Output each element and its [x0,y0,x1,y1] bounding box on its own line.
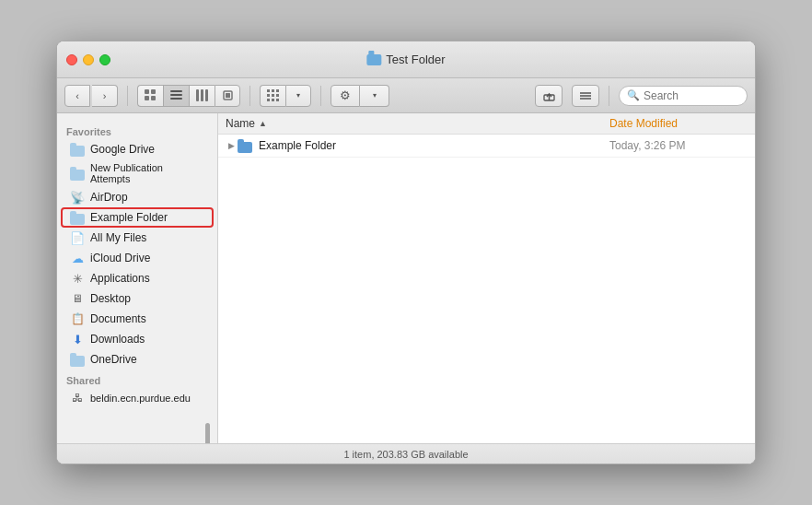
sidebar-item-label: Downloads [90,333,145,346]
file-name: Example Folder [259,139,336,152]
window-title: Test Folder [366,53,445,66]
view-cover-button[interactable] [215,85,240,107]
titlebar: Test Folder [57,41,755,78]
desktop-icon: 🖥 [70,291,85,306]
svg-rect-3 [151,96,156,100]
minimize-button[interactable] [83,54,94,65]
svg-rect-5 [170,94,182,96]
traffic-lights [66,54,110,65]
shared-label: Shared [57,370,217,388]
file-pane: Name ▲ Date Modified ▶ Example Folder [218,113,755,443]
file-date-cell: Today, 3:26 PM [609,139,748,152]
sidebar-item-label: New Publication Attempts [90,162,204,184]
col-name-header[interactable]: Name ▲ [226,117,609,130]
sidebar-item-applications[interactable]: ✳ Applications [61,268,214,288]
sidebar-item-label: Desktop [90,292,131,305]
sidebar-item-label: iCloud Drive [90,252,150,264]
share-icon [543,89,555,101]
forward-icon: › [103,90,107,101]
sidebar-item-label: AirDrop [90,191,128,204]
sidebar-item-label: beldin.ecn.purdue.edu [90,393,191,404]
share-button[interactable] [535,85,563,107]
svg-rect-18 [267,99,270,101]
applications-icon: ✳ [70,271,85,286]
file-list: ▶ Example Folder Today, 3:26 PM [218,135,755,443]
search-input[interactable] [644,89,739,102]
svg-rect-15 [267,94,270,97]
sidebar-item-all-my-files[interactable]: 📄 All My Files [61,228,214,248]
sidebar-item-label: All My Files [90,231,146,244]
window-folder-icon [366,54,381,65]
google-drive-icon [70,142,85,157]
sidebar-item-downloads[interactable]: ⬇ Downloads [61,329,214,349]
finder-window: Test Folder ‹ › [56,41,756,464]
svg-rect-16 [272,94,274,97]
sidebar-item-onedrive[interactable]: OneDrive [61,349,214,370]
svg-rect-7 [196,89,199,101]
gear-button[interactable]: ⚙ [331,85,360,107]
expand-icon[interactable]: ▶ [226,140,237,151]
tag-button[interactable] [572,85,599,107]
new-publication-icon [70,166,85,181]
svg-rect-20 [276,99,279,101]
scroll-indicator [205,423,210,443]
separator-2 [249,86,250,106]
action-buttons: ⚙ ▾ [331,85,389,107]
sidebar-item-example-folder[interactable]: Example Folder [61,207,214,228]
sidebar-item-label: Example Folder [90,211,168,224]
back-icon: ‹ [75,90,79,101]
back-button[interactable]: ‹ [64,85,90,107]
gear-dropdown-button[interactable]: ▾ [360,85,389,107]
sidebar-item-desktop[interactable]: 🖥 Desktop [61,288,214,309]
view-grid-button[interactable] [260,85,285,107]
content-area: Favorites Google Drive New Publication A… [57,113,755,443]
tag-icon [579,89,592,101]
sidebar-item-beldin[interactable]: 🖧 beldin.ecn.purdue.edu [61,388,214,408]
view-cover-svg [222,89,234,101]
grid-dropdown-icon: ▾ [296,91,300,100]
svg-rect-11 [226,93,230,98]
view-icon-svg [145,89,157,101]
svg-rect-1 [151,89,156,94]
sidebar-item-label: Documents [90,312,146,325]
sidebar-item-icloud-drive[interactable]: ☁ iCloud Drive [61,248,214,268]
search-icon: 🔍 [627,89,640,101]
icloud-drive-icon: ☁ [70,251,85,265]
sidebar-item-documents[interactable]: 📋 Documents [61,309,214,329]
svg-rect-19 [272,99,274,101]
favorites-label: Favorites [57,121,217,139]
toolbar: ‹ › [57,78,755,113]
sidebar-item-label: Applications [90,272,150,285]
sidebar-item-new-publication-attempts[interactable]: New Publication Attempts [61,159,214,187]
server-icon: 🖧 [70,391,85,405]
forward-button[interactable]: › [92,85,118,107]
svg-rect-0 [145,89,149,94]
view-icon-button[interactable] [137,85,163,107]
svg-rect-12 [267,89,270,92]
file-list-header: Name ▲ Date Modified [218,113,755,135]
search-box[interactable]: 🔍 [619,86,748,106]
sort-arrow-icon: ▲ [259,119,267,128]
documents-icon: 📋 [70,311,85,326]
svg-rect-13 [272,89,274,92]
svg-rect-8 [201,89,203,101]
all-my-files-icon: 📄 [70,230,85,245]
view-list-button[interactable] [163,85,189,107]
gear-dropdown-icon: ▾ [373,91,377,100]
svg-rect-2 [145,96,149,100]
table-row[interactable]: ▶ Example Folder Today, 3:26 PM [218,135,755,158]
row-folder-icon [237,138,253,153]
sidebar-item-google-drive[interactable]: Google Drive [61,139,214,159]
view-col-svg [196,89,208,101]
maximize-button[interactable] [99,54,110,65]
sidebar-item-label: Google Drive [90,143,155,156]
col-name-label: Name [226,117,255,130]
close-button[interactable] [66,54,77,65]
example-folder-icon [70,210,85,225]
col-date-header[interactable]: Date Modified [609,117,748,130]
sidebar-item-airdrop[interactable]: 📡 AirDrop [61,187,214,207]
svg-rect-4 [170,90,182,92]
view-grid-dropdown[interactable]: ▾ [285,85,311,107]
view-column-button[interactable] [189,85,215,107]
separator-1 [127,86,128,106]
